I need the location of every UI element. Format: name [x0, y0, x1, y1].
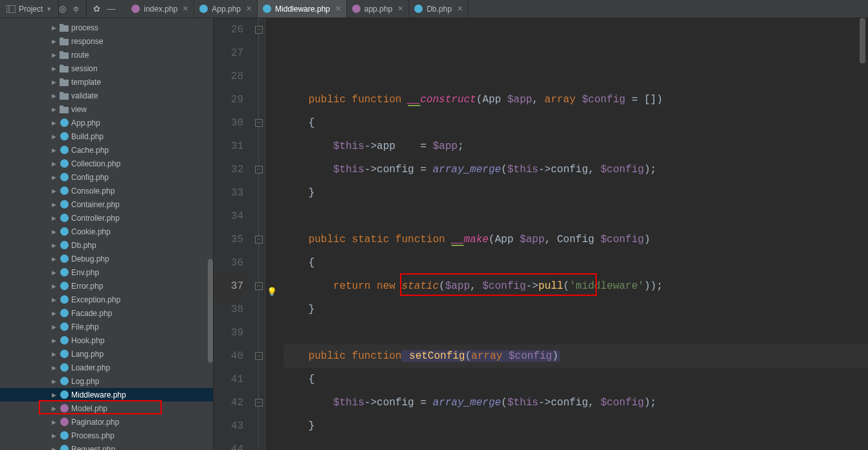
expand-arrow-icon[interactable]: ▶ [50, 242, 57, 249]
expand-arrow-icon[interactable]: ▶ [50, 256, 57, 262]
file-item[interactable]: ▶Console.php [0, 184, 213, 197]
collapse-icon[interactable]: ≑ [72, 4, 80, 14]
file-item[interactable]: ▶Process.php [0, 429, 213, 442]
file-item[interactable]: ▶Middleware.php [0, 388, 213, 401]
folder-item[interactable]: ▶template [0, 75, 213, 89]
code-area[interactable]: public function __construct(App $app, ar… [278, 18, 868, 450]
tab-middleware-php[interactable]: Middleware.php✕ [258, 0, 347, 17]
expand-arrow-icon[interactable]: ▶ [50, 188, 57, 194]
expand-arrow-icon[interactable]: ▶ [50, 392, 57, 398]
expand-arrow-icon[interactable]: ▶ [50, 79, 57, 85]
tab-db-php[interactable]: Db.php✕ [409, 0, 469, 17]
fold-open-icon[interactable]: − [255, 399, 263, 407]
file-item[interactable]: ▶Facade.php [0, 306, 213, 320]
code-line[interactable]: $this->config = array_merge($this->confi… [284, 391, 868, 414]
file-item[interactable]: ▶Build.php [0, 129, 213, 143]
expand-arrow-icon[interactable]: ▶ [50, 433, 57, 439]
file-item[interactable]: ▶Env.php [0, 265, 213, 279]
fold-column[interactable]: −−−−−−− [254, 18, 265, 450]
expand-arrow-icon[interactable]: ▶ [50, 229, 57, 235]
tab-app-php[interactable]: App.php✕ [194, 0, 258, 17]
project-sidebar[interactable]: ▶process▶response▶route▶session▶template… [0, 18, 214, 450]
file-item[interactable]: ▶Controller.php [0, 211, 213, 225]
fold-close-icon[interactable]: − [255, 119, 263, 127]
expand-arrow-icon[interactable]: ▶ [50, 161, 57, 167]
file-item[interactable]: ▶Model.php [0, 401, 213, 415]
expand-arrow-icon[interactable]: ▶ [50, 324, 57, 330]
expand-arrow-icon[interactable]: ▶ [50, 283, 57, 289]
file-item[interactable]: ▶Loader.php [0, 361, 213, 374]
code-line[interactable]: } [284, 298, 868, 321]
file-item[interactable]: ▶App.php [0, 116, 213, 129]
fold-open-icon[interactable]: − [255, 166, 263, 174]
expand-arrow-icon[interactable]: ▶ [50, 446, 57, 451]
folder-item[interactable]: ▶route [0, 48, 213, 62]
code-line[interactable]: public function __construct(App $app, ar… [284, 88, 868, 111]
expand-arrow-icon[interactable]: ▶ [50, 419, 57, 425]
file-item[interactable]: ▶Error.php [0, 279, 213, 293]
close-icon[interactable]: ✕ [183, 5, 188, 13]
folder-item[interactable]: ▶session [0, 62, 213, 75]
expand-arrow-icon[interactable]: ▶ [50, 297, 57, 303]
expand-arrow-icon[interactable]: ▶ [50, 378, 57, 385]
expand-arrow-icon[interactable]: ▶ [50, 52, 57, 58]
expand-arrow-icon[interactable]: ▶ [50, 133, 57, 140]
expand-arrow-icon[interactable]: ▶ [50, 38, 57, 45]
target-icon[interactable]: ◎ [59, 4, 66, 14]
expand-arrow-icon[interactable]: ▶ [50, 147, 57, 153]
code-line[interactable]: public function setConfig(array $config) [284, 344, 868, 368]
code-line[interactable]: $this->app = $app; [284, 135, 868, 158]
folder-item[interactable]: ▶process [0, 21, 213, 34]
expand-arrow-icon[interactable]: ▶ [50, 351, 57, 357]
file-item[interactable]: ▶Lang.php [0, 347, 213, 361]
expand-arrow-icon[interactable]: ▶ [50, 310, 57, 317]
code-editor[interactable]: 26272829303132333435363738394041424344 −… [214, 18, 868, 450]
file-item[interactable]: ▶Config.php [0, 170, 213, 184]
fold-close-icon[interactable]: − [255, 236, 263, 243]
fold-open-icon[interactable]: − [255, 282, 263, 290]
file-item[interactable]: ▶Cache.php [0, 143, 213, 157]
intention-bulb-icon[interactable]: 💡 [267, 281, 277, 304]
scrollbar-thumb[interactable] [860, 18, 865, 63]
close-icon[interactable]: ✕ [246, 5, 252, 13]
project-panel-tab[interactable]: Project ▼ [0, 0, 59, 17]
close-icon[interactable]: ✕ [335, 5, 341, 13]
file-item[interactable]: ▶Container.php [0, 197, 213, 211]
file-item[interactable]: ▶Db.php [0, 238, 213, 252]
code-line[interactable]: { [284, 368, 868, 391]
file-item[interactable]: ▶Hook.php [0, 333, 213, 347]
file-item[interactable]: ▶Exception.php [0, 293, 213, 306]
tab-app-php[interactable]: app.php✕ [347, 0, 409, 17]
file-item[interactable]: ▶Cookie.php [0, 225, 213, 238]
fold-close-icon[interactable]: − [255, 352, 263, 360]
file-item[interactable]: ▶Paginator.php [0, 415, 213, 429]
file-item[interactable]: ▶File.php [0, 320, 213, 333]
folder-item[interactable]: ▶validate [0, 89, 213, 102]
code-line[interactable]: } [284, 414, 868, 438]
minimize-icon[interactable]: — [107, 4, 115, 14]
expand-arrow-icon[interactable]: ▶ [50, 106, 57, 113]
expand-arrow-icon[interactable]: ▶ [50, 269, 57, 276]
code-line[interactable]: $this->config = array_merge($this->confi… [284, 158, 868, 181]
code-line[interactable]: { [284, 111, 868, 135]
expand-arrow-icon[interactable]: ▶ [50, 337, 57, 344]
file-item[interactable]: ▶Log.php [0, 374, 213, 388]
expand-arrow-icon[interactable]: ▶ [50, 365, 57, 371]
fold-open-icon[interactable]: − [255, 26, 263, 34]
file-item[interactable]: ▶Debug.php [0, 252, 213, 265]
file-item[interactable]: ▶Request.php [0, 442, 213, 450]
expand-arrow-icon[interactable]: ▶ [50, 174, 57, 181]
code-line[interactable] [284, 321, 868, 344]
expand-arrow-icon[interactable]: ▶ [50, 201, 57, 208]
expand-arrow-icon[interactable]: ▶ [50, 405, 57, 412]
tab-index-php[interactable]: index.php✕ [126, 0, 194, 17]
file-item[interactable]: ▶Collection.php [0, 157, 213, 170]
expand-arrow-icon[interactable]: ▶ [50, 93, 57, 99]
scrollbar-thumb[interactable] [208, 259, 213, 363]
gear-icon[interactable]: ✿ [93, 4, 100, 14]
expand-arrow-icon[interactable]: ▶ [50, 25, 57, 31]
close-icon[interactable]: ✕ [397, 5, 403, 13]
code-line[interactable]: return new static($app, $config->pull('m… [284, 275, 868, 298]
folder-item[interactable]: ▶view [0, 102, 213, 116]
code-line[interactable] [284, 205, 868, 228]
